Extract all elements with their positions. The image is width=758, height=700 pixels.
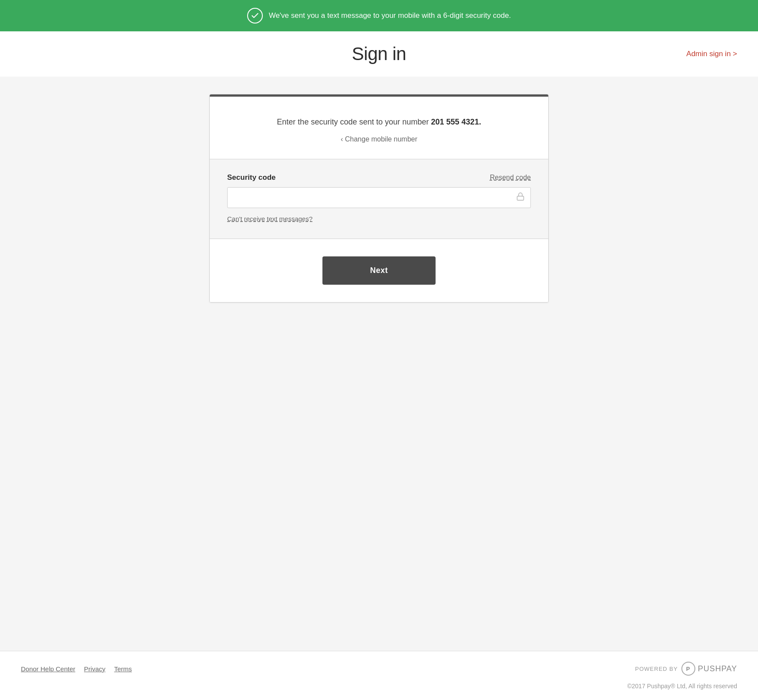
footer-copyright: ©2017 Pushpay® Ltd, All rights reserved <box>21 683 737 690</box>
donor-help-center-link[interactable]: Donor Help Center <box>21 665 75 673</box>
privacy-link[interactable]: Privacy <box>84 665 105 673</box>
card-middle-section: Security code Resend code Can't receive … <box>210 159 548 239</box>
powered-by-label: POWERED BY <box>635 666 678 672</box>
pushpay-logo: P Pushpay <box>681 662 737 676</box>
footer-inner: Donor Help Center Privacy Terms POWERED … <box>21 662 737 676</box>
card-bottom-section: Next <box>210 239 548 302</box>
pushpay-brand-name: Pushpay <box>698 664 737 673</box>
main-content: Enter the security code sent to your num… <box>0 77 758 651</box>
lock-icon <box>516 192 525 203</box>
message-prefix: Enter the security code sent to your num… <box>277 118 431 126</box>
security-code-header: Security code Resend code <box>227 173 531 182</box>
page-header: Sign in Admin sign in > <box>0 31 758 77</box>
security-code-input[interactable] <box>227 187 531 208</box>
terms-link[interactable]: Terms <box>114 665 132 673</box>
security-code-message: Enter the security code sent to your num… <box>227 118 531 127</box>
card-top-section: Enter the security code sent to your num… <box>210 97 548 159</box>
phone-number: 201 555 4321. <box>431 118 481 126</box>
page-title: Sign in <box>352 44 406 64</box>
banner-text: We've sent you a text message to your mo… <box>269 11 511 20</box>
next-button[interactable]: Next <box>322 256 436 285</box>
footer-links: Donor Help Center Privacy Terms <box>21 665 132 673</box>
admin-sign-in-link[interactable]: Admin sign in > <box>686 50 737 58</box>
resend-code-button[interactable]: Resend code <box>490 174 531 182</box>
pushpay-circle-icon: P <box>681 662 695 676</box>
check-circle-icon <box>247 8 263 24</box>
security-code-input-wrapper <box>227 187 531 208</box>
security-code-label: Security code <box>227 173 276 182</box>
cant-receive-text-link[interactable]: Can't receive text messages? <box>227 215 312 222</box>
svg-rect-0 <box>517 196 524 200</box>
powered-by: POWERED BY P Pushpay <box>635 662 737 676</box>
change-mobile-number-link[interactable]: ‹ Change mobile number <box>341 135 417 143</box>
footer: Donor Help Center Privacy Terms POWERED … <box>0 651 758 700</box>
form-card: Enter the security code sent to your num… <box>209 94 549 303</box>
notification-banner: We've sent you a text message to your mo… <box>0 0 758 31</box>
